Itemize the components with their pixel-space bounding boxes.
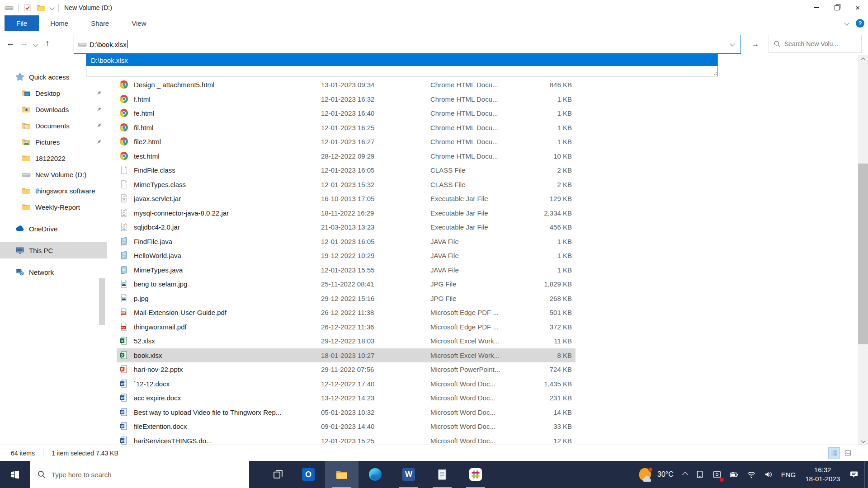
- tab-file[interactable]: File: [5, 15, 39, 31]
- qat-customize-chevron-icon[interactable]: [49, 5, 54, 10]
- dropdown-resize-grip[interactable]: [712, 70, 717, 75]
- file-row-sqljdbc4-2-0-jar[interactable]: sqljdbc4-2.0.jar 21-03-2013 13:23 Execut…: [117, 220, 576, 235]
- file-type: Microsoft Excel Work...: [430, 334, 500, 348]
- address-dropdown-chevron-icon[interactable]: [724, 35, 741, 52]
- file-row-hari-nov-22-pptx[interactable]: hari-nov-22.pptx 29-11-2022 07:56 Micros…: [117, 362, 576, 377]
- back-button[interactable]: ←: [4, 38, 17, 48]
- show-desktop-button[interactable]: [864, 461, 868, 488]
- file-row-acc-expire-docx[interactable]: acc expire.docx 13-12-2022 14:23 Microso…: [117, 391, 576, 405]
- sidebar-item-this-pc[interactable]: This PC: [0, 242, 107, 258]
- language-indicator[interactable]: ENG: [777, 461, 800, 488]
- file-row-thingworxmail-pdf[interactable]: thingworxmail.pdf 26-12-2022 11:36 Micro…: [117, 320, 576, 334]
- sidebar-item-weekly-report[interactable]: Weekly-Report: [0, 199, 107, 215]
- file-row-design-attachment5-html[interactable]: Design _ attachment5.html 13-01-2023 09:…: [117, 78, 576, 92]
- sidebar-scrollbar-thumb[interactable]: [99, 278, 105, 325]
- taskbar-app-slack[interactable]: [459, 461, 492, 488]
- taskbar-app-notepad[interactable]: [425, 461, 459, 488]
- sidebar-item-downloads[interactable]: Downloads: [0, 101, 107, 117]
- file-row-helloworld-java[interactable]: HelloWorld.java 19-12-2022 10:29 JAVA Fi…: [117, 249, 576, 263]
- properties-check-icon[interactable]: [23, 3, 32, 12]
- sidebar-item-documents[interactable]: Documents: [0, 117, 107, 134]
- taskbar-app-file-explorer[interactable]: [325, 461, 359, 488]
- chrome-file-icon: [119, 108, 128, 117]
- quick-access-toolbar: [0, 3, 59, 12]
- wifi-icon[interactable]: [743, 461, 760, 488]
- items-count: 64 items: [11, 450, 35, 457]
- file-row-12-12-docx[interactable]: `12-12.docx 12-12-2022 17:40 Microsoft W…: [117, 377, 576, 391]
- file-row-file2-html[interactable]: file2.html 12-01-2023 16:27 Chrome HTML …: [117, 135, 576, 149]
- file-type: Microsoft PowerPoint...: [430, 362, 500, 377]
- file-row-mimetypes-java[interactable]: MimeTypes.java 12-01-2023 15:55 JAVA Fil…: [117, 263, 576, 277]
- file-row-best-way-to-upload-video-file-to-thingworx-rep[interactable]: Best way to upload Video file to Thingwo…: [117, 405, 576, 420]
- address-bar[interactable]: D:\book.xlsx: [74, 35, 741, 54]
- ribbon-expand-chevron-icon[interactable]: [844, 20, 849, 25]
- file-row-beng-to-selam-jpg[interactable]: beng to selam.jpg 25-11-2022 08:41 JPG F…: [117, 277, 576, 291]
- forward-button[interactable]: →: [17, 38, 31, 48]
- sidebar-item-18122022[interactable]: 18122022: [0, 150, 107, 166]
- details-view-button[interactable]: [828, 447, 840, 459]
- file-type: Executable Jar File: [430, 192, 488, 206]
- taskbar-search-box[interactable]: Type here to search: [30, 461, 249, 488]
- search-box[interactable]: Search New Volu...: [769, 35, 862, 53]
- scrollbar-thumb[interactable]: [858, 164, 868, 344]
- file-size: 268 KB: [505, 291, 572, 306]
- help-button[interactable]: ?: [856, 19, 864, 28]
- file-row-fileextention-docx[interactable]: fileExtention.docx 09-01-2023 14:40 Micr…: [117, 419, 576, 434]
- tablet-mode-icon[interactable]: [691, 461, 708, 488]
- start-button[interactable]: [0, 461, 30, 488]
- weather-widget[interactable]: 30°C: [634, 468, 679, 481]
- file-name: hariServicesTHINGS.do...: [134, 434, 212, 446]
- file-row-findfile-class[interactable]: FindFile.class 12-01-2023 16:05 CLASS Fi…: [117, 163, 576, 178]
- file-row-fil-html[interactable]: fil.html 12-01-2023 16:25 Chrome HTML Do…: [117, 121, 576, 135]
- jar-file-icon: [119, 194, 128, 203]
- file-row-52-xlsx[interactable]: 52.xlsx 29-12-2022 18:03 Microsoft Excel…: [117, 334, 576, 348]
- sidebar-item-network[interactable]: Network: [0, 264, 107, 280]
- tab-view[interactable]: View: [120, 15, 157, 31]
- tab-share[interactable]: Share: [80, 15, 120, 31]
- restore-button[interactable]: [826, 0, 847, 15]
- file-row-mimetypes-class[interactable]: MimeTypes.class 12-01-2023 15:32 CLASS F…: [117, 178, 576, 192]
- go-to-button[interactable]: →: [746, 35, 764, 53]
- minimize-button[interactable]: [806, 0, 826, 15]
- file-row-mysql-connector-java-8-0-22-jar[interactable]: mysql-connector-java-8.0.22.jar 18-11-20…: [117, 206, 576, 221]
- taskbar-app-outlook[interactable]: [292, 461, 325, 488]
- sidebar-item-pictures[interactable]: Pictures: [0, 134, 107, 150]
- action-center-icon[interactable]: [845, 461, 863, 488]
- file-row-findfile-java[interactable]: FindFile.java 12-01-2023 16:05 JAVA File…: [117, 235, 576, 249]
- file-name: HelloWorld.java: [134, 249, 181, 263]
- sidebar-item-desktop[interactable]: Desktop: [0, 85, 107, 101]
- new-folder-icon[interactable]: [37, 3, 46, 12]
- file-row-mail-extension-user-guide-pdf[interactable]: Mail-Extension-User-Guide.pdf 26-12-2022…: [117, 305, 576, 320]
- up-button[interactable]: ↑: [41, 38, 54, 48]
- battery-icon[interactable]: [726, 461, 743, 488]
- tray-overflow-chevron-icon[interactable]: [679, 461, 691, 488]
- file-name: hari-nov-22.pptx: [134, 362, 183, 377]
- sidebar-item-onedrive[interactable]: OneDrive: [0, 221, 107, 237]
- vertical-scrollbar[interactable]: [858, 55, 868, 445]
- file-row-hariservicesthings-do[interactable]: hariServicesTHINGS.do... 12-01-2023 15:2…: [117, 434, 576, 446]
- file-row-f-html[interactable]: f.html 12-01-2023 16:32 Chrome HTML Docu…: [117, 92, 576, 107]
- scroll-down-button[interactable]: [858, 436, 868, 445]
- history-chevron-icon[interactable]: [31, 38, 41, 48]
- taskbar-app-word[interactable]: [392, 461, 425, 488]
- sidebar-item-new-volume-d[interactable]: New Volume (D:): [0, 166, 107, 183]
- file-row-javax-servlet-jar[interactable]: javax.servlet.jar 16-10-2013 17:05 Execu…: [117, 192, 576, 206]
- task-view-button[interactable]: [264, 461, 292, 488]
- sidebar-item-thingsworx-software[interactable]: thingsworx software: [0, 183, 107, 199]
- java-file-icon: [119, 237, 128, 246]
- address-input-value[interactable]: D:\book.xlsx: [90, 41, 127, 48]
- sync-status-icon[interactable]: [708, 461, 726, 488]
- file-row-test-html[interactable]: test.html 28-12-2022 09:29 Chrome HTML D…: [117, 149, 576, 164]
- autocomplete-suggestion[interactable]: D:\book.xlsx: [86, 54, 717, 66]
- file-row-fe-html[interactable]: fe.html 12-01-2023 16:40 Chrome HTML Doc…: [117, 106, 576, 121]
- clock[interactable]: 16:32 18-01-2023: [800, 465, 845, 484]
- file-name: mysql-connector-java-8.0.22.jar: [134, 206, 229, 221]
- file-row-book-xlsx[interactable]: book.xlsx 18-01-2023 10:27 Microsoft Exc…: [117, 348, 576, 363]
- tab-home[interactable]: Home: [39, 15, 80, 31]
- close-button[interactable]: ×: [847, 0, 868, 15]
- file-row-p-jpg[interactable]: p.jpg 29-12-2022 15:16 JPG File 268 KB: [117, 291, 576, 306]
- thumbnails-view-button[interactable]: [842, 447, 854, 459]
- taskbar-app-edge[interactable]: [359, 461, 392, 488]
- scroll-up-button[interactable]: [858, 55, 868, 64]
- volume-icon[interactable]: [760, 461, 777, 488]
